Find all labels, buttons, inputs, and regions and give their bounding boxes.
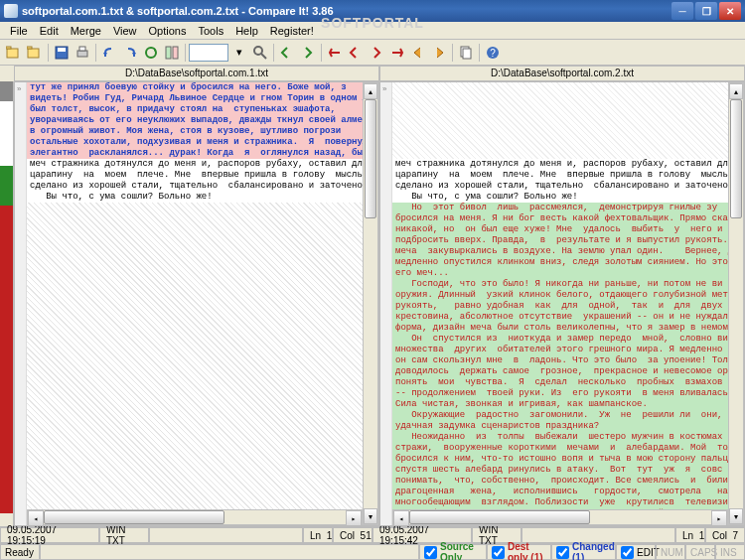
diff-line-added[interactable]: спустя шесть алебард ринулись в атаку. В…: [392, 465, 728, 476]
scroll-down-icon[interactable]: ▾: [364, 508, 377, 524]
svg-point-11: [254, 47, 262, 55]
status-edit[interactable]: EDIT: [616, 544, 656, 560]
svg-rect-2: [28, 49, 39, 58]
diff-line-added[interactable]: его меч...: [392, 268, 728, 279]
toolbar-next-diff[interactable]: [298, 43, 318, 63]
menu-tools[interactable]: Tools: [192, 23, 229, 39]
toolbar-help[interactable]: ?: [483, 43, 503, 63]
diff-line-deleted[interactable]: уворачиваясь от его неуклюжих выпадов, д…: [27, 115, 363, 126]
diff-line-deleted[interactable]: элегантно раскланялся... дурак! Когда я …: [27, 148, 363, 159]
app-icon: [4, 4, 18, 18]
diff-line-common[interactable]: меч стражника дотянулся до меня и, распо…: [27, 159, 363, 170]
diff-line-added[interactable]: понимать, что, собственно, происходит. В…: [392, 476, 728, 487]
diff-line-added[interactable]: меча закувыркались в воздухе. На землю у…: [392, 246, 728, 257]
diff-line-deleted[interactable]: остальные хохотали, подхузивая и меня и …: [27, 137, 363, 148]
empty-hatch-area: [392, 82, 728, 159]
toolbar-open-right[interactable]: [25, 43, 45, 63]
toolbar-save[interactable]: [52, 43, 72, 63]
diff-line-added[interactable]: драгоценная жена, исполнившись гордости,…: [392, 487, 728, 497]
diff-line-common[interactable]: Вы что, с ума сошли? Больно же!: [27, 192, 363, 203]
scroll-down-icon[interactable]: ▾: [729, 508, 743, 524]
left-scrollbar-v[interactable]: ▴ ▾: [363, 82, 378, 525]
menu-bar: File Edit Merge View Options Tools Help …: [0, 22, 745, 40]
diff-line-added[interactable]: крестовина, абсолютное отсутствие украше…: [392, 312, 728, 323]
status-dest-only[interactable]: Dest only (1): [487, 544, 551, 560]
window-close-button[interactable]: ✕: [719, 2, 741, 20]
toolbar-diff-view[interactable]: [162, 43, 182, 63]
toolbar-next-diff-red[interactable]: [367, 43, 386, 63]
diff-line-common[interactable]: меч стражника дотянулся до меня и, распо…: [392, 159, 728, 170]
diff-line-added[interactable]: никакой, но он был еще хуже! Мне удалось…: [392, 224, 728, 235]
diff-line-added[interactable]: -- продолжением твоей руки. Из его рукоя…: [392, 388, 728, 399]
toolbar-refresh[interactable]: [141, 43, 161, 63]
diff-line-deleted[interactable]: был толст, высок, в придачу стоял на сту…: [27, 104, 363, 115]
toolbar-undo[interactable]: [99, 43, 119, 63]
menu-merge[interactable]: Merge: [65, 23, 107, 39]
toolbar-first-diff-red[interactable]: [325, 43, 345, 63]
overview-strip[interactable]: [0, 81, 14, 526]
left-scrollbar-h[interactable]: ◂▸: [27, 509, 363, 525]
menu-options[interactable]: Options: [143, 23, 193, 39]
right-scrollbar-v[interactable]: ▴ ▾: [728, 82, 744, 525]
diff-line-added[interactable]: бросился к ним, что-то истошно вопя и ты…: [392, 454, 728, 465]
toolbar-search-input[interactable]: [189, 44, 228, 62]
diff-line-common[interactable]: царапину на моем плече. Мне впервые приш…: [392, 170, 728, 181]
diff-line-added[interactable]: Сила чистая, звонкая и игривая, как шамп…: [392, 399, 728, 410]
menu-register[interactable]: Register!: [264, 23, 320, 39]
toolbar-prev-diff-red[interactable]: [346, 43, 366, 63]
diff-line-common[interactable]: Вы что, с ума сошли? Больно же!: [392, 192, 728, 203]
diff-line-added[interactable]: оружия. Длинный узкий клинок белого, отд…: [392, 290, 728, 301]
toolbar-prev-diff[interactable]: [277, 43, 297, 63]
toolbar-redo[interactable]: [120, 43, 140, 63]
menu-help[interactable]: Help: [229, 23, 264, 39]
scroll-up-icon[interactable]: ▴: [364, 83, 377, 99]
toolbar-files[interactable]: [456, 43, 476, 63]
diff-line-deleted[interactable]: видеть! Робин Гуд, Ричард Львиное Сердце…: [27, 93, 363, 104]
menu-edit[interactable]: Edit: [34, 23, 65, 39]
toolbar-print[interactable]: [73, 43, 92, 63]
diff-line-deleted[interactable]: тут же принял боевую стойку и бросился н…: [27, 82, 363, 93]
diff-line-common[interactable]: сделано из хорошей стали, тщательно сбал…: [27, 181, 363, 192]
diff-line-added[interactable]: удачная задумка сценаристов праздника?: [392, 421, 728, 432]
diff-line-added[interactable]: Господи, что это было! Я никогда ни рань…: [392, 279, 728, 290]
diff-line-added[interactable]: многообещающим взглядом. Поблизости уже …: [392, 497, 728, 508]
diff-line-added[interactable]: подбросить вверх. Правда, в результате и…: [392, 235, 728, 246]
status-changed[interactable]: Changed (1): [551, 544, 616, 560]
left-text-area[interactable]: тут же принял боевую стойку и бросился н…: [27, 82, 363, 525]
diff-line-common[interactable]: царапину на моем плече. Мне впервые приш…: [27, 170, 363, 181]
diff-line-common[interactable]: сделано из хорошей стали, тщательно сбал…: [392, 181, 728, 192]
diff-line-added[interactable]: он сам скользнул мне в ладонь. Что это б…: [392, 355, 728, 366]
diff-line-added[interactable]: множества других обитателей этого грешно…: [392, 345, 728, 355]
diff-line-added[interactable]: рукоять, равно удобная как для одной, та…: [392, 301, 728, 312]
menu-file[interactable]: File: [4, 23, 34, 39]
toolbar-dropdown[interactable]: ▾: [229, 43, 249, 63]
diff-line-added[interactable]: понять мои чувства. Я сделал несколько п…: [392, 377, 728, 388]
diff-line-added[interactable]: Окружающие радостно загомонили. Уж не ре…: [392, 410, 728, 421]
diff-line-added[interactable]: стражи, вооруженные короткими мечами и а…: [392, 443, 728, 454]
window-minimize-button[interactable]: ─: [671, 2, 693, 20]
window-maximize-button[interactable]: ❐: [695, 2, 717, 20]
svg-rect-6: [77, 51, 87, 57]
svg-rect-9: [166, 47, 171, 59]
right-scrollbar-h[interactable]: ◂▸: [392, 509, 728, 525]
diff-line-added[interactable]: доводилось держать самое грозное, прекра…: [392, 366, 728, 377]
diff-line-added[interactable]: медленно опустился клинком вниз, следя з…: [392, 257, 728, 268]
right-text-area[interactable]: меч стражника дотянулся до меня и, распо…: [392, 82, 728, 525]
scroll-up-icon[interactable]: ▴: [729, 83, 743, 99]
toolbar-find[interactable]: [250, 43, 270, 63]
ln-label: Ln: [682, 530, 693, 541]
diff-line-added[interactable]: Неожиданно из толпы выбежали шестеро муж…: [392, 432, 728, 443]
diff-line-added[interactable]: Но этот бивол лишь рассмеялся, демонстри…: [392, 203, 728, 213]
svg-rect-1: [6, 47, 11, 49]
menu-view[interactable]: View: [107, 23, 143, 39]
status-source-only[interactable]: Source Only: [419, 544, 487, 560]
diff-line-added[interactable]: Он спустился из ниоткуда и замер передо …: [392, 334, 728, 345]
diff-line-added[interactable]: бросился на меня. Я ни бог весть какой ф…: [392, 213, 728, 224]
toolbar-copy-left[interactable]: [408, 43, 428, 63]
toolbar-open-left[interactable]: [4, 43, 24, 63]
toolbar-copy-right[interactable]: [429, 43, 449, 63]
status-ins: INS: [715, 544, 745, 560]
diff-line-deleted[interactable]: в огромный живот. Моя жена, стоя в кузов…: [27, 126, 363, 137]
toolbar-last-diff-red[interactable]: [387, 43, 407, 63]
diff-line-added[interactable]: форма, дизайн меча были столь великолепн…: [392, 323, 728, 334]
